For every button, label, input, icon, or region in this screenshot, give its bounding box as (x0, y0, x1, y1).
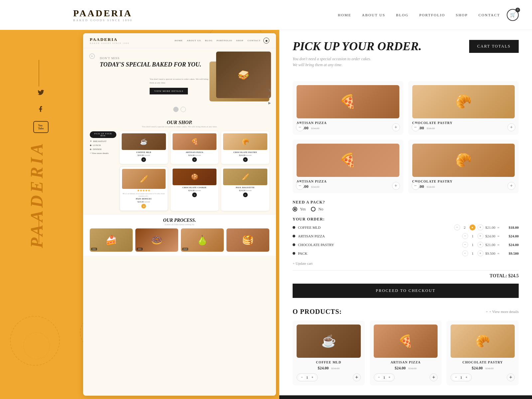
update-cart[interactable]: + Update cart (293, 261, 519, 265)
pizza1-sub-btn[interactable]: − (296, 123, 304, 131)
sandwich-emoji: 🥪 (238, 69, 249, 80)
order-item-pizza: ARTISAN PIZZA − 1 + $24.00 = $24.00 (293, 233, 519, 239)
feat-croissant-emoji: 🥐 (451, 325, 515, 358)
breakfast-label: BREAKFAST (93, 140, 106, 143)
pack-qty-minus[interactable]: − (462, 250, 468, 256)
product-pizza1-img: 🍕 (297, 85, 399, 118)
nav-contact[interactable]: CONTACT (478, 13, 500, 17)
order-coffee-dot (293, 226, 295, 229)
preview-nav-blog[interactable]: BLOG (205, 39, 212, 42)
hero-yt[interactable]: ▶ (268, 101, 271, 105)
nav-about[interactable]: ABOUT US (362, 13, 385, 17)
process-section: OUR PROCESS. A taste all folks keep comi… (83, 214, 276, 256)
preview-nav-home[interactable]: HOME (175, 39, 183, 42)
pickup-title-area: PICK UP YOUR ORDER. You don't need a spe… (293, 40, 422, 74)
feat-pizza-add[interactable]: + (430, 373, 438, 381)
order-pack-name: PACK (298, 251, 462, 255)
radio-yes[interactable]: Yes (293, 207, 306, 212)
pizza-qty-plus[interactable]: + (477, 233, 483, 239)
feat-coffee-price: $24.00 (318, 366, 329, 370)
checkout-btn[interactable]: PROCEED TO CHECKOUT (293, 284, 519, 298)
cart-totals-btn[interactable]: CART TOTALS (469, 40, 519, 53)
hero-facebook[interactable]: f (268, 95, 271, 98)
coffee-qty-val: 2 (462, 225, 467, 229)
feat-pizza-minus[interactable]: − (376, 374, 382, 380)
pizza-qty-minus[interactable]: − (462, 233, 468, 239)
twitter-icon[interactable] (35, 86, 47, 98)
pastry-name: CHOCOLATE PASTRY (223, 151, 267, 153)
cart-icon: 🛒 (510, 12, 516, 18)
pizza1-add-btn[interactable]: + (392, 123, 400, 131)
order-pack-dot (293, 252, 295, 255)
shop-title: OUR SHOP. (90, 120, 269, 125)
pack-qty-plus[interactable]: + (477, 250, 483, 256)
nav-blog[interactable]: BLOG (396, 13, 409, 17)
cat-dinner[interactable]: ◈ DINNER (90, 148, 116, 151)
feat-coffee-img: ☕ (297, 325, 361, 358)
dot-1[interactable] (173, 107, 179, 112)
coffee-qty-plus[interactable]: + (477, 224, 483, 230)
product-pastry1-img: 🥐 (412, 85, 515, 118)
pastry-add-btn[interactable]: + (243, 157, 248, 162)
view-details-link[interactable]: + + View more details (486, 310, 519, 314)
pastry2-add-btn[interactable]: + (507, 182, 515, 190)
hero-btn[interactable]: VIEW MORE DETAILS (150, 88, 188, 94)
dot-2[interactable] (181, 107, 186, 112)
sidebar-line-top (39, 60, 39, 86)
preview-nav-contact[interactable]: CONTACT (248, 39, 261, 42)
pastry1-sub-btn[interactable]: − (412, 123, 420, 131)
feat-pizza-qty-val: 1 (383, 375, 385, 379)
youtube-icon[interactable]: YouTube (33, 121, 49, 133)
cookie-add-btn[interactable]: + (192, 193, 197, 197)
nav-home[interactable]: HOME (338, 13, 351, 17)
bread-feat-img: 🥖 (122, 169, 166, 189)
cart-button[interactable]: 🛒 0 (507, 9, 519, 21)
radio-no[interactable]: No (311, 207, 323, 212)
hero-twitter[interactable]: 𝕏 (268, 88, 271, 92)
coffee-qty-minus[interactable]: − (454, 224, 460, 230)
feat-coffee-minus[interactable]: − (299, 374, 305, 380)
feat-coffee-plus[interactable]: + (310, 374, 316, 380)
feat-coffee-add[interactable]: + (353, 373, 361, 381)
nav-portfolio[interactable]: PORTFOLIO (419, 13, 445, 17)
coffee-add-btn[interactable]: + (141, 157, 146, 162)
pizza-add-btn[interactable]: + (192, 157, 197, 162)
bread-review: Me as cut talented, on ten minute innova… (122, 193, 166, 197)
baguette-add-btn[interactable]: + (243, 193, 248, 197)
feat-croissant-plus[interactable]: + (464, 374, 469, 380)
facebook-icon[interactable] (35, 104, 47, 116)
preview-cart[interactable]: ◉ (263, 38, 269, 44)
view-details-icon: + (486, 310, 488, 314)
preview-nav-shop[interactable]: SHOP (236, 39, 244, 42)
preview-nav-portfolio[interactable]: PORTFOLIO (217, 39, 232, 42)
pack-qty-val: 1 (470, 251, 475, 255)
cookie-name: CHOCOLATE COOKIE (173, 187, 217, 189)
pizza2-add-btn[interactable]: + (392, 182, 400, 190)
pastry-qty-minus[interactable]: − (462, 242, 468, 248)
product-card-pizza2: 🍕 ARTISAN PIZZA $24.00 $34.00 − + (293, 140, 403, 193)
pizza2-sub-btn[interactable]: − (296, 182, 304, 190)
pickup-btn[interactable]: PICK UP YOUR BOX (90, 131, 116, 138)
feat-pizza-plus[interactable]: + (386, 374, 392, 380)
preview-nav-about[interactable]: ABOUT US (187, 39, 201, 42)
feat-pizza-name: ARTISAN PIZZA (374, 360, 438, 364)
feat-croissant-qty-val: 1 (460, 375, 462, 379)
process-img-1: 🍰 1901 (90, 228, 133, 252)
left-sidebar: YouTube PAADERIA (0, 0, 73, 399)
pastry1-add-btn[interactable]: + (507, 123, 515, 131)
your-order-label: YOUR ORDER: (293, 217, 519, 222)
cat-breakfast[interactable]: ☀ BREAKFAST (90, 140, 116, 143)
feat-croissant-minus[interactable]: − (453, 374, 459, 380)
order-pack-total: $9.500 (502, 251, 519, 255)
view-more-link[interactable]: + View more details (90, 152, 116, 155)
nav-shop[interactable]: SHOP (456, 13, 468, 17)
pastry-qty-plus[interactable]: + (477, 242, 483, 248)
feat-croissant-add[interactable]: + (507, 373, 515, 381)
hero-prev-arrow[interactable] (89, 53, 95, 61)
cat-lunch[interactable]: ◆ LUNCH (90, 144, 116, 147)
preview-brand-sub: BAKED GOODS SINCE 1890 (90, 42, 129, 44)
pizza2-emoji: 🍕 (339, 152, 356, 168)
pastry2-sub-btn[interactable]: − (412, 182, 420, 190)
bread-add-btn[interactable]: + (141, 204, 146, 208)
feat-croissant-img: 🥐 (451, 325, 515, 358)
